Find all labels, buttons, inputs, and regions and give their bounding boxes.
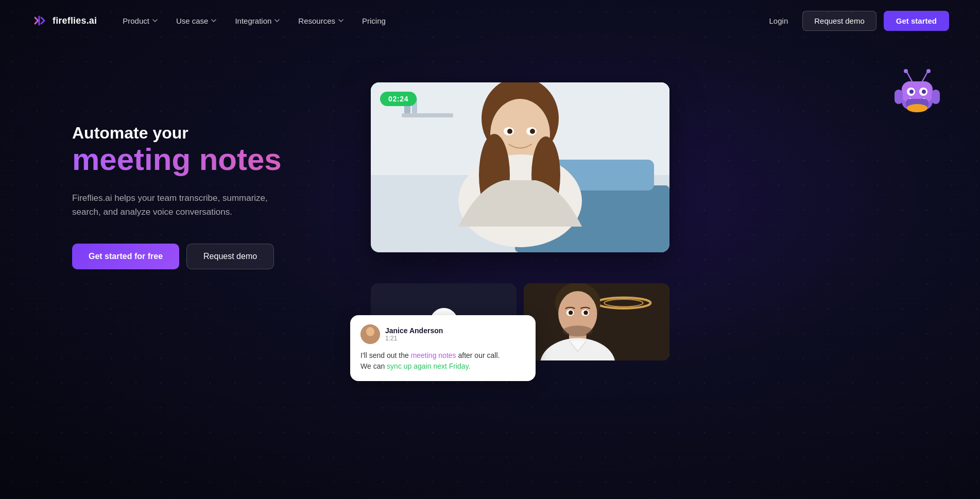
svg-rect-13: [895, 90, 903, 104]
svg-rect-14: [932, 90, 940, 104]
chat-user-info: Janice Anderson 1:21: [385, 326, 443, 342]
chevron-down-icon: [273, 17, 281, 24]
svg-point-43: [562, 325, 593, 336]
svg-line-3: [922, 72, 927, 81]
svg-point-4: [926, 69, 931, 73]
chat-link-meeting-notes: meeting notes: [411, 351, 456, 359]
svg-point-46: [569, 311, 573, 315]
logo-icon: [31, 12, 47, 29]
navbar: fireflies.ai Product Use case Integratio…: [0, 0, 980, 41]
request-demo-hero-button[interactable]: Request demo: [186, 244, 274, 269]
svg-point-12: [907, 104, 927, 112]
nav-item-resources[interactable]: Resources: [291, 12, 352, 29]
chevron-down-icon: [210, 17, 217, 24]
chat-bubble-header: Janice Anderson 1:21: [360, 324, 525, 344]
svg-point-2: [904, 69, 908, 73]
svg-point-31: [530, 129, 535, 134]
chat-link-sync: sync up again next Friday.: [387, 362, 470, 370]
svg-point-34: [366, 327, 374, 336]
timer-badge: 02:24: [380, 92, 417, 106]
logo-text: fireflies.ai: [53, 15, 97, 26]
nav-item-integration[interactable]: Integration: [228, 12, 288, 29]
video-card-main: 02:24: [371, 82, 669, 252]
nav-left: fireflies.ai Product Use case Integratio…: [31, 12, 393, 29]
nav-item-product[interactable]: Product: [115, 12, 166, 29]
svg-point-10: [922, 90, 926, 94]
svg-rect-17: [402, 113, 453, 117]
video-background-svg: [371, 82, 669, 252]
request-demo-nav-button[interactable]: Request demo: [802, 11, 876, 31]
chat-name: Janice Anderson: [385, 326, 443, 335]
hero-left: Automate your meeting notes Fireflies.ai…: [72, 72, 340, 269]
hero-buttons: Get started for free Request demo: [72, 244, 340, 269]
nav-right: Login Request demo Get started: [762, 11, 949, 31]
video-card-person2: [524, 283, 669, 360]
logo-link[interactable]: fireflies.ai: [31, 12, 97, 29]
svg-point-30: [507, 129, 512, 134]
chevron-down-icon: [337, 17, 345, 24]
get-started-hero-button[interactable]: Get started for free: [72, 244, 179, 269]
hero-right: 02:24 Janice Anderson 1:21 I'll send o: [371, 72, 939, 360]
hero-subtitle: Fireflies.ai helps your team transcribe,…: [72, 191, 288, 219]
robot-mascot: [892, 67, 949, 124]
svg-line-1: [907, 72, 912, 81]
login-button[interactable]: Login: [762, 12, 796, 29]
svg-point-47: [583, 311, 588, 315]
chat-avatar: [360, 324, 380, 344]
chat-time: 1:21: [385, 335, 443, 342]
nav-links: Product Use case Integration Resources: [115, 12, 393, 29]
main-content: Automate your meeting notes Fireflies.ai…: [0, 41, 980, 499]
svg-point-9: [909, 90, 914, 94]
chevron-down-icon: [151, 17, 159, 24]
get-started-nav-button[interactable]: Get started: [884, 11, 949, 31]
nav-item-pricing[interactable]: Pricing: [355, 12, 393, 29]
svg-rect-32: [494, 185, 546, 227]
hero-heading: Automate your meeting notes: [72, 124, 340, 177]
nav-item-usecase[interactable]: Use case: [169, 12, 225, 29]
chat-message: I'll send out the meeting notes after ou…: [360, 350, 525, 372]
chat-bubble: Janice Anderson 1:21 I'll send out the m…: [350, 315, 536, 381]
